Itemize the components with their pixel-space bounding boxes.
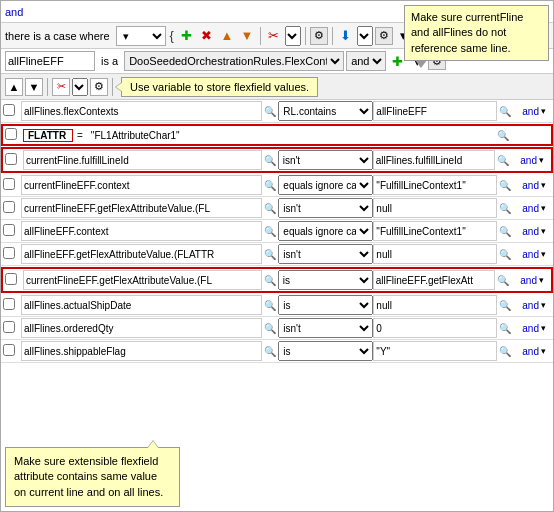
operator-select-6[interactable]: equals ignore case	[278, 221, 373, 241]
operator-select-10[interactable]: isn't	[278, 318, 373, 338]
down-button[interactable]: ▼	[238, 27, 256, 45]
value-cell-1[interactable]: allFlineEFF	[373, 101, 497, 121]
and-link-4[interactable]: and	[513, 180, 541, 191]
condition-dropdown[interactable]: ▾	[116, 26, 166, 46]
field-cell-6[interactable]: allFlineEFF.context	[21, 221, 262, 241]
row-checkbox-7[interactable]	[3, 247, 15, 259]
cut-dropdown[interactable]: ▾	[285, 26, 301, 46]
and-select[interactable]: and	[346, 51, 386, 71]
and-link-7[interactable]: and	[513, 249, 541, 260]
field-cell-5[interactable]: currentFlineEFF.getFlexAttributeValue.(F…	[21, 198, 262, 218]
search-icon-val-5[interactable]: 🔍	[497, 200, 513, 216]
search-icon-6[interactable]: 🔍	[262, 223, 278, 239]
row-checkbox-1[interactable]	[3, 104, 15, 116]
field-cell-8[interactable]: currentFlineEFF.getFlexAttributeValue.(F…	[23, 270, 262, 290]
operator-select-1[interactable]: RL.contains	[278, 101, 373, 121]
condition-row-4: currentFlineEFF.context 🔍 equals ignore …	[1, 174, 553, 197]
and-link-6[interactable]: and	[513, 226, 541, 237]
field-cell-1[interactable]: allFlines.flexContexts	[21, 101, 262, 121]
sep4	[47, 78, 48, 96]
delete-button[interactable]: ✖	[198, 27, 216, 45]
search-icon-8[interactable]: 🔍	[262, 272, 278, 288]
row-checkbox-4[interactable]	[3, 178, 15, 190]
search-icon-val-4[interactable]: 🔍	[497, 177, 513, 193]
operator-select-5[interactable]: isn't	[278, 198, 373, 218]
and-link-1[interactable]: and	[513, 106, 541, 117]
value-cell-6: "FulfillLineContext1"	[373, 221, 497, 241]
search-icon-11[interactable]: 🔍	[262, 343, 278, 359]
flattr-value: "FL1AttributeChar1"	[87, 130, 495, 141]
and-link-10[interactable]: and	[513, 323, 541, 334]
operator-select-11[interactable]: is	[278, 341, 373, 361]
search-icon-10[interactable]: 🔍	[262, 320, 278, 336]
gear-button[interactable]: ⚙	[310, 27, 328, 45]
search-icon-9[interactable]: 🔍	[262, 297, 278, 313]
search-icon-val-9[interactable]: 🔍	[497, 297, 513, 313]
search-icon-val-8[interactable]: 🔍	[495, 272, 511, 288]
context-select[interactable]: DooSeededOrchestrationRules.FlexContext	[124, 51, 344, 71]
search-icon-7[interactable]: 🔍	[262, 246, 278, 262]
condition-row-7: allFlineEFF.getFlexAttributeValue.(FLATT…	[1, 243, 553, 266]
row-checkbox-6[interactable]	[3, 224, 15, 236]
condition-row-11: allFlines.shippableFlag 🔍 is "Y" 🔍 and ▾	[1, 340, 553, 363]
gear-button2[interactable]: ⚙	[375, 27, 393, 45]
value-cell-8[interactable]: allFlineEFF.getFlexAtt	[373, 270, 495, 290]
search-icon-val-7[interactable]: 🔍	[497, 246, 513, 262]
operator-select-8[interactable]: is	[278, 270, 373, 290]
search-icon-4[interactable]: 🔍	[262, 177, 278, 193]
separator3	[332, 27, 333, 45]
row-gear-btn[interactable]: ⚙	[90, 78, 108, 96]
search-icon-val-10[interactable]: 🔍	[497, 320, 513, 336]
search-icon-val-1[interactable]: 🔍	[497, 103, 513, 119]
row-checkbox-3[interactable]	[5, 153, 17, 165]
search-icon-val-3[interactable]: 🔍	[495, 152, 511, 168]
operator-select-7[interactable]: isn't	[278, 244, 373, 264]
checkbox-cell-4	[3, 178, 21, 192]
actions-row: ▲ ▼ ✂ ▾ ⚙ Use variable to store flexfiel…	[1, 74, 553, 100]
field-cell-9[interactable]: allFlines.actualShipDate	[21, 295, 262, 315]
field-cell-3[interactable]: currentFline.fulfillLineId	[23, 150, 262, 170]
search-icon-5[interactable]: 🔍	[262, 200, 278, 216]
search-icon-1[interactable]: 🔍	[262, 103, 278, 119]
row-checkbox-10[interactable]	[3, 321, 15, 333]
chevron-3: ▾	[539, 155, 549, 165]
row-checkbox-8[interactable]	[5, 273, 17, 285]
row-cut-btn[interactable]: ✂	[52, 78, 70, 96]
row-checkbox-9[interactable]	[3, 298, 15, 310]
paste-dropdown[interactable]: ▾	[357, 26, 373, 46]
search-icon-val-11[interactable]: 🔍	[497, 343, 513, 359]
paste-button[interactable]: ⬇	[337, 27, 355, 45]
and-link-11[interactable]: and	[513, 346, 541, 357]
checkbox-cell-fl	[5, 128, 23, 142]
search-icon-val-6[interactable]: 🔍	[497, 223, 513, 239]
row-cut-dd[interactable]: ▾	[72, 78, 88, 96]
operator-select-9[interactable]: is	[278, 295, 373, 315]
and-link-8[interactable]: and	[511, 275, 539, 286]
field-cell-7[interactable]: allFlineEFF.getFlexAttributeValue.(FLATT…	[21, 244, 262, 264]
up-button[interactable]: ▲	[218, 27, 236, 45]
row-checkbox-fl[interactable]	[5, 128, 17, 140]
field-cell-11[interactable]: allFlines.shippableFlag	[21, 341, 262, 361]
row-checkbox-5[interactable]	[3, 201, 15, 213]
value-cell-3[interactable]: allFlines.fulfillLineId	[373, 150, 495, 170]
search-icon-3[interactable]: 🔍	[262, 152, 278, 168]
and-link-3[interactable]: and	[511, 155, 539, 166]
chevron-6: ▾	[541, 226, 551, 236]
operator-select-3[interactable]: isn't	[278, 150, 373, 170]
and-link-5[interactable]: and	[513, 203, 541, 214]
chevron-7: ▾	[541, 249, 551, 259]
add-button[interactable]: ✚	[178, 27, 196, 45]
chevron-1: ▾	[541, 106, 551, 116]
value-cell-10: 0	[373, 318, 497, 338]
allFlineEFF-field[interactable]	[5, 51, 95, 71]
and-link-9[interactable]: and	[513, 300, 541, 311]
field-cell-4[interactable]: currentFlineEFF.context	[21, 175, 262, 195]
field-cell-10[interactable]: allFlines.orderedQty	[21, 318, 262, 338]
row-down-btn[interactable]: ▼	[25, 78, 43, 96]
cut-button[interactable]: ✂	[265, 27, 283, 45]
checkbox-cell-3	[5, 153, 23, 167]
search-icon-fl[interactable]: 🔍	[495, 127, 511, 143]
row-up-btn[interactable]: ▲	[5, 78, 23, 96]
row-checkbox-11[interactable]	[3, 344, 15, 356]
operator-select-4[interactable]: equals ignore case	[278, 175, 373, 195]
